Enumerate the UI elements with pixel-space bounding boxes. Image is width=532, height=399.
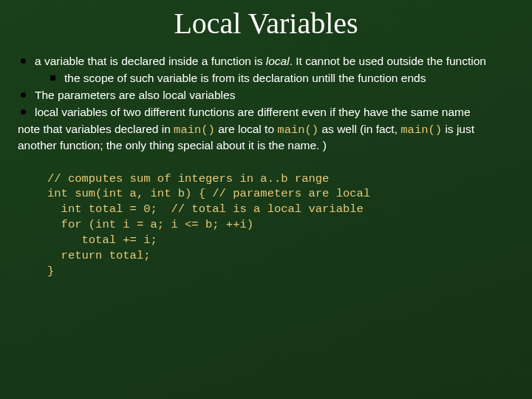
bullet-1-sub: the scope of such variable is from its d… xyxy=(50,71,514,86)
bullet-3: local variables of two different functio… xyxy=(18,105,514,120)
bullet-dot-icon xyxy=(21,109,26,115)
bullet-1-text: a variable that is declared inside a fun… xyxy=(35,54,514,69)
bullet-1-emph: local xyxy=(266,55,290,67)
slide: Local Variables a variable that is decla… xyxy=(0,0,532,399)
code-main-3: main() xyxy=(400,123,442,137)
bullet-3-text: local variables of two different functio… xyxy=(35,105,514,120)
note-pre: note that variables declared in xyxy=(18,123,174,135)
bullet-1: a variable that is declared inside a fun… xyxy=(18,54,514,69)
note-mid1: are local to xyxy=(215,123,277,135)
bullet-dot-icon xyxy=(21,92,26,98)
bullet-1-pre: a variable that is declared inside a fun… xyxy=(35,55,266,67)
slide-title: Local Variables xyxy=(18,6,514,41)
bullet-2: The parameters are also local variables xyxy=(18,88,514,103)
code-example: // computes sum of integers in a..b rang… xyxy=(47,171,514,279)
bullet-1-sub-text: the scope of such variable is from its d… xyxy=(64,71,514,86)
note-line: note that variables declared in main() a… xyxy=(18,122,514,154)
note-mid2: as well (in fact, xyxy=(318,123,400,135)
slide-body: a variable that is declared inside a fun… xyxy=(18,54,514,279)
bullet-2-text: The parameters are also local variables xyxy=(35,88,514,103)
bullet-square-icon xyxy=(50,75,55,81)
bullet-1-post: . It cannot be used outside the function xyxy=(290,55,486,67)
bullet-dot-icon xyxy=(21,58,26,64)
code-main-2: main() xyxy=(277,123,318,137)
code-main-1: main() xyxy=(174,123,215,137)
